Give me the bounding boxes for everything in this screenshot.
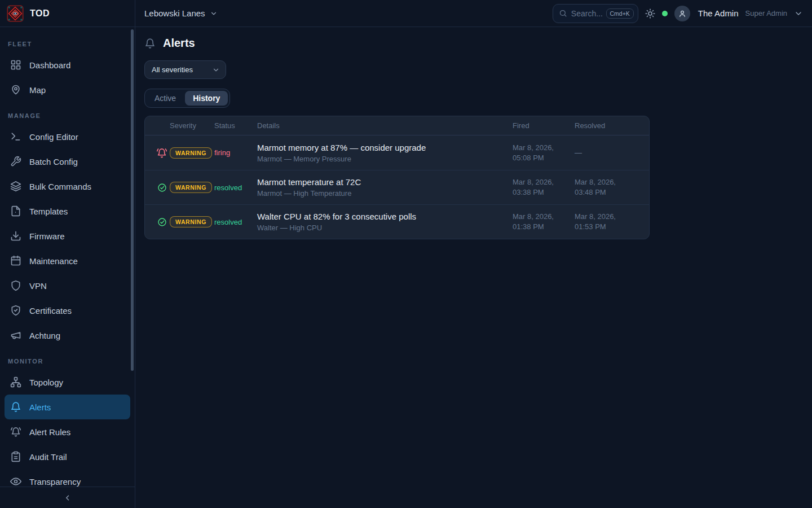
sidebar-item-label: Templates [29,207,68,216]
topology-icon [10,376,21,388]
brand-header: TOD [0,0,135,27]
sidebar-item-map[interactable]: Map [5,77,130,102]
map-pin-icon [10,84,21,95]
severity-badge: WARNING [170,182,212,193]
main-column: Lebowski Lanes Cmd+K The Admin Super Adm… [135,0,812,508]
app-root: TOD FleetDashboardMapManageConfig Editor… [0,0,812,508]
site-selector[interactable]: Lebowski Lanes [144,8,218,18]
sidebar-section-label-monitor: Monitor [5,348,130,370]
alerts-table-body: WARNINGfiringMarmot memory at 87% — cons… [145,135,649,239]
sidebar-item-batch-config[interactable]: Batch Config [5,149,130,174]
sidebar-item-audit-trail[interactable]: Audit Trail [5,444,130,469]
sidebar-collapse-button[interactable] [0,487,135,508]
layers-icon [10,181,21,192]
status-text: firing [214,148,257,157]
resolved-time: Mar 8, 2026, 03:48 PM [575,177,640,197]
tab-active[interactable]: Active [147,91,184,106]
user-icon [678,9,687,18]
column-header-status: Status [214,121,257,130]
theme-toggle-button[interactable] [645,8,655,19]
alert-title: Walter CPU at 82% for 3 consecutive poll… [257,212,507,221]
sidebar-item-label: Dashboard [29,60,70,70]
alert-subtitle: Marmot — Memory Pressure [257,155,507,163]
user-menu-chevron-icon[interactable] [794,9,803,18]
user-role: Super Admin [745,9,787,17]
alert-details: Walter CPU at 82% for 3 consecutive poll… [257,212,513,232]
fired-time: Mar 8, 2026, 01:38 PM [513,212,575,231]
severity-filter-select[interactable]: All severities [144,60,226,79]
chevron-left-icon [63,493,73,503]
file-icon [10,205,21,217]
sidebar-item-config-editor[interactable]: Config Editor [5,124,130,149]
severity-filter-value: All severities [152,65,193,74]
page-header: Alerts [144,37,803,50]
bell-icon [144,38,156,49]
sidebar-nav: FleetDashboardMapManageConfig EditorBatc… [0,27,135,487]
alert-details: Marmot memory at 87% — consider upgradeM… [257,143,513,163]
sidebar-item-label: Config Editor [29,132,78,142]
sidebar-item-bulk-commands[interactable]: Bulk Commands [5,174,130,199]
sidebar-item-label: Alert Rules [29,427,70,437]
search-input[interactable] [571,9,602,18]
eye-icon [10,476,21,487]
sidebar-item-vpn[interactable]: VPN [5,273,130,298]
sidebar-item-topology[interactable]: Topology [5,370,130,395]
alert-details: Marmot temperature at 72CMarmot — High T… [257,177,513,198]
tab-history[interactable]: History [185,91,228,106]
alert-subtitle: Marmot — High Temperature [257,189,507,198]
bell-ring-icon [10,426,21,437]
alert-row[interactable]: WARNINGfiringMarmot memory at 87% — cons… [145,135,649,170]
check-circle-icon [154,183,170,192]
dashboard-icon [10,59,21,71]
calendar-icon [10,255,21,266]
sidebar-section-label-manage: Manage [5,102,130,124]
sidebar-item-label: Batch Config [29,157,78,167]
avatar[interactable] [674,6,690,21]
sidebar-item-label: Achtung [29,331,60,340]
alert-row[interactable]: WARNINGresolvedWalter CPU at 82% for 3 c… [145,204,649,239]
fired-time: Mar 8, 2026, 03:38 PM [513,177,575,197]
chevron-down-icon [210,10,218,17]
user-name: The Admin [698,8,739,18]
shield-check-icon [10,305,21,316]
sidebar-section-label-fleet: Fleet [5,30,130,52]
sidebar-item-firmware[interactable]: Firmware [5,224,130,248]
sidebar-item-maintenance[interactable]: Maintenance [5,248,130,273]
search-box[interactable]: Cmd+K [553,4,638,23]
bell-ring-icon [154,147,170,159]
brand-logo-icon [7,5,24,22]
megaphone-icon [10,330,21,341]
alerts-tab-group: ActiveHistory [144,89,230,108]
status-text: resolved [214,218,257,226]
sidebar-item-alerts[interactable]: Alerts [5,395,130,419]
sidebar-item-achtung[interactable]: Achtung [5,323,130,348]
resolved-time: — [575,148,640,158]
column-header-resolved: Resolved [575,121,640,130]
clipboard-icon [10,451,21,462]
alerts-table-header: Severity Status Details Fired Resolved [145,116,649,135]
sidebar-item-label: Audit Trail [29,452,67,462]
sidebar-item-label: Map [29,85,46,95]
sidebar-item-templates[interactable]: Templates [5,199,130,224]
severity-badge: WARNING [170,147,212,159]
chevron-down-icon [212,66,220,74]
sidebar-scrollbar[interactable] [131,29,134,371]
site-selector-label: Lebowski Lanes [144,8,205,18]
sidebar-item-label: VPN [29,281,47,291]
sidebar-item-dashboard[interactable]: Dashboard [5,52,130,77]
status-text: resolved [214,183,257,192]
topbar: Lebowski Lanes Cmd+K The Admin Super Adm… [135,0,812,27]
column-header-severity: Severity [170,121,214,130]
sidebar-item-label: Topology [29,378,63,387]
sidebar-item-alert-rules[interactable]: Alert Rules [5,419,130,444]
sidebar-item-label: Bulk Commands [29,182,91,191]
page-title: Alerts [163,37,195,50]
alerts-table: Severity Status Details Fired Resolved W… [144,116,650,239]
sidebar-item-transparency[interactable]: Transparency [5,469,130,487]
sidebar-item-certificates[interactable]: Certificates [5,298,130,323]
column-header-fired: Fired [513,121,575,130]
alert-subtitle: Walter — High CPU [257,224,507,232]
fired-time: Mar 8, 2026, 05:08 PM [513,143,575,163]
alert-row[interactable]: WARNINGresolvedMarmot temperature at 72C… [145,170,649,204]
alert-title: Marmot temperature at 72C [257,177,507,187]
